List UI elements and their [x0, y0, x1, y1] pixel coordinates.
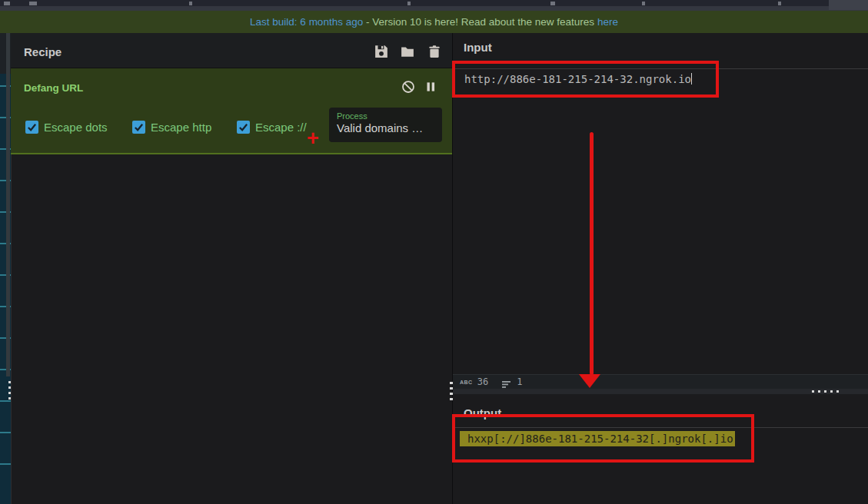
checkbox-checked-icon[interactable] [132, 121, 145, 134]
strip-fragment [778, 2, 781, 5]
checkbox-label: Escape http [151, 121, 211, 134]
strip-fragment [642, 2, 645, 5]
input-textarea[interactable]: http://886e-181-215-214-32.ngrok.io [464, 73, 692, 85]
char-count-icon: ABC [460, 380, 473, 385]
input-value[interactable]: http://886e-181-215-214-32.ngrok.io [464, 73, 691, 85]
panel-divider [452, 33, 453, 504]
here-link[interactable]: here [597, 16, 618, 28]
checkbox-escape-slashes[interactable]: Escape :// [237, 119, 307, 134]
line-count-icon [502, 378, 512, 386]
save-recipe-icon[interactable] [374, 45, 388, 58]
io-splitter[interactable] [453, 389, 868, 394]
process-dropdown-label: Process [337, 111, 434, 121]
checkbox-checked-icon[interactable] [237, 121, 250, 134]
output-selected-text[interactable]: hxxp[://]886e-181-215-214-32[.]ngrok[.]i… [460, 431, 735, 446]
strip-fragment [407, 2, 411, 5]
checkbox-escape-http[interactable]: Escape http [132, 119, 211, 134]
strip-fragment [189, 2, 192, 5]
io-splitter-handle[interactable] [812, 390, 841, 393]
line-count: 1 [517, 376, 522, 387]
input-status-bar: ABC 36 1 [453, 374, 868, 389]
output-header-divider [453, 427, 868, 428]
disable-operation-icon[interactable] [401, 80, 415, 94]
checkbox-label: Escape :// [255, 121, 307, 134]
output-area[interactable]: hxxp[://]886e-181-215-214-32[.]ngrok[.]i… [460, 433, 735, 445]
strip-fragment [4, 2, 10, 5]
open-folder-icon[interactable] [401, 45, 414, 58]
annotation-arrow-line [590, 132, 594, 375]
operation-title[interactable]: Defang URL [24, 82, 83, 94]
trash-icon[interactable] [427, 45, 441, 58]
checkbox-escape-dots[interactable]: Escape dots [25, 119, 108, 134]
breakpoint-pause-icon[interactable] [424, 80, 437, 94]
recipe-title: Recipe [24, 45, 62, 58]
banner-message: - Version 10 is here! Read about the new… [363, 16, 597, 28]
checkbox-checked-icon[interactable] [25, 121, 38, 134]
checkbox-label: Escape dots [44, 121, 108, 134]
strip-corner [829, 0, 868, 10]
browser-top-strip [0, 0, 868, 11]
text-caret [691, 73, 692, 85]
output-title: Output [464, 406, 501, 419]
last-build-link[interactable]: Last build: 6 months ago [250, 16, 363, 28]
process-dropdown[interactable]: Process Valid domains … [329, 108, 442, 142]
notification-banner: Last build: 6 months ago - Version 10 is… [0, 11, 868, 33]
process-dropdown-value[interactable]: Valid domains … [337, 121, 434, 134]
input-header-divider [453, 68, 868, 69]
char-count: 36 [477, 376, 488, 387]
strip-fragment [550, 2, 555, 5]
input-title: Input [464, 41, 492, 54]
operations-scrollbar[interactable] [6, 33, 10, 376]
strip-fragment [29, 2, 37, 5]
